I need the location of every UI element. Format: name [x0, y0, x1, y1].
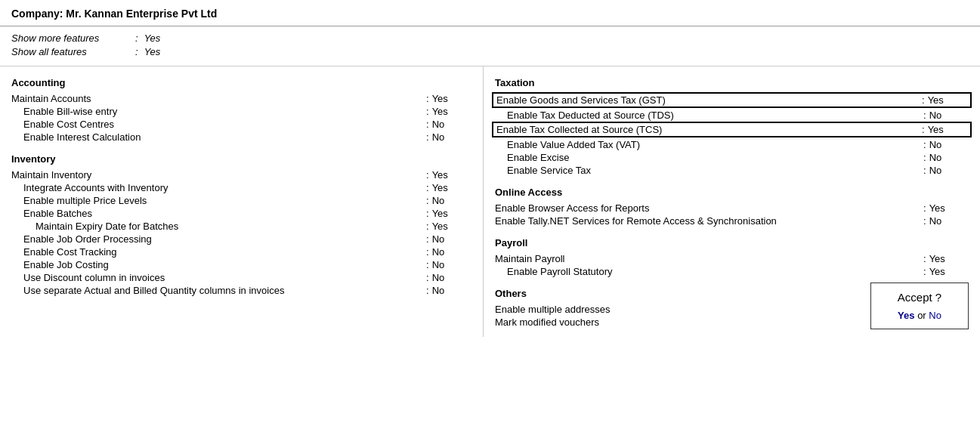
accept-no-button[interactable]: No — [929, 310, 941, 321]
gst-row: Enable Goods and Services Tax (GST) : Ye… — [492, 92, 972, 108]
maintain-inventory-row: Maintain Inventory : Yes — [11, 169, 471, 181]
gst-label: Enable Goods and Services Tax (GST) — [496, 94, 922, 106]
header: Company: Mr. Kannan Enterprise Pvt Ltd — [0, 0, 980, 26]
show-more-features-value: Yes — [144, 32, 161, 44]
right-column: Taxation Enable Goods and Services Tax (… — [484, 66, 980, 337]
show-more-features-label: Show more features — [11, 32, 132, 44]
accept-options: Yes or No — [886, 310, 953, 321]
gst-value: : Yes — [922, 94, 967, 106]
left-column: Accounting Maintain Accounts : Yes Enabl… — [0, 66, 484, 337]
maintain-expiry-row: Maintain Expiry Date for Batches : Yes — [11, 221, 471, 232]
maintain-accounts-value: : Yes — [426, 93, 471, 104]
maintain-accounts-label: Maintain Accounts — [11, 93, 426, 104]
show-all-features-row: Show all features : Yes — [11, 46, 969, 57]
integrate-accounts-row: Integrate Accounts with Inventory : Yes — [11, 182, 471, 193]
accounting-section-title: Accounting — [11, 77, 471, 88]
enable-batches-row: Enable Batches : Yes — [11, 208, 471, 219]
tally-net-row: Enable Tally.NET Services for Remote Acc… — [495, 215, 969, 227]
job-costing-row: Enable Job Costing : No — [11, 259, 471, 270]
subheader: Show more features : Yes Show all featur… — [0, 26, 980, 66]
actual-billed-quantity-row: Use separate Actual and Billed Quantity … — [11, 285, 471, 296]
job-order-processing-row: Enable Job Order Processing : No — [11, 233, 471, 245]
show-more-features-colon: : — [135, 32, 138, 44]
tcs-row-wrapper: Enable Tax Collected at Source (TCS) : Y… — [495, 122, 969, 137]
main-content: Accounting Maintain Accounts : Yes Enabl… — [0, 66, 980, 337]
payroll-section-title: Payroll — [495, 237, 969, 249]
multiple-price-levels-row: Enable multiple Price Levels : No — [11, 195, 471, 206]
cost-centres-row: Enable Cost Centres : No — [11, 119, 471, 130]
interest-calculation-row: Enable Interest Calculation : No — [11, 131, 471, 143]
accept-yes-button[interactable]: Yes — [898, 310, 914, 321]
tcs-label: Enable Tax Collected at Source (TCS) — [496, 124, 922, 135]
taxation-section-title: Taxation — [495, 77, 969, 88]
vat-row: Enable Value Added Tax (VAT) : No — [495, 139, 969, 150]
inventory-section-title: Inventory — [11, 153, 471, 165]
maintain-accounts-val: Yes — [432, 93, 448, 104]
accept-or-label: or — [917, 310, 929, 321]
show-all-features-value: Yes — [144, 46, 161, 57]
show-more-features-row: Show more features : Yes — [11, 32, 969, 44]
show-all-features-label: Show all features — [11, 46, 132, 57]
bill-wise-entry-value: : Yes — [426, 106, 471, 117]
maintain-accounts-row: Maintain Accounts : Yes — [11, 93, 471, 104]
tcs-row: Enable Tax Collected at Source (TCS) : Y… — [492, 122, 972, 137]
page: Company: Mr. Kannan Enterprise Pvt Ltd S… — [0, 0, 980, 423]
bill-wise-entry-row: Enable Bill-wise entry : Yes — [11, 106, 471, 117]
cost-tracking-row: Enable Cost Tracking : No — [11, 246, 471, 258]
excise-row: Enable Excise : No — [495, 152, 969, 163]
gst-row-wrapper: Enable Goods and Services Tax (GST) : Ye… — [495, 92, 969, 108]
payroll-statutory-row: Enable Payroll Statutory : Yes — [495, 266, 969, 277]
interest-calculation-label: Enable Interest Calculation — [23, 131, 426, 143]
accept-dialog: Accept ? Yes or No — [870, 283, 969, 329]
discount-column-row: Use Discount column in invoices : No — [11, 272, 471, 283]
company-title: Company: Mr. Kannan Enterprise Pvt Ltd — [11, 8, 217, 20]
cost-centres-label: Enable Cost Centres — [23, 119, 426, 130]
show-all-features-colon: : — [135, 46, 138, 57]
online-access-section-title: Online Access — [495, 187, 969, 198]
bill-wise-entry-label: Enable Bill-wise entry — [23, 106, 426, 117]
service-tax-row: Enable Service Tax : No — [495, 165, 969, 176]
tds-row: Enable Tax Deducted at Source (TDS) : No — [495, 110, 969, 121]
maintain-payroll-row: Maintain Payroll : Yes — [495, 253, 969, 264]
interest-calculation-value: : No — [426, 131, 471, 143]
maintain-accounts-colon: : — [426, 93, 429, 104]
cost-centres-value: : No — [426, 119, 471, 130]
tcs-value: : Yes — [922, 124, 967, 135]
browser-access-row: Enable Browser Access for Reports : Yes — [495, 202, 969, 214]
accept-title: Accept ? — [886, 291, 953, 304]
